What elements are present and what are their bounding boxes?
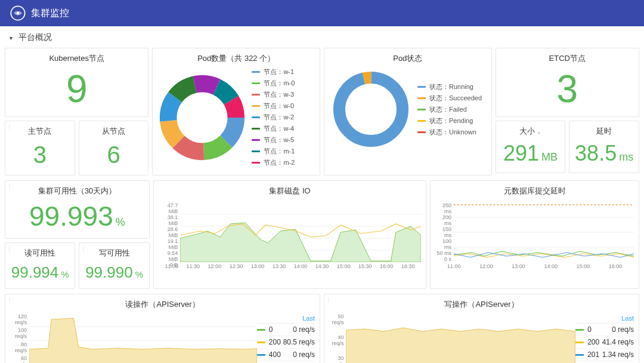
- write-avail-panel[interactable]: ⋮ 写可用性 99.990%: [79, 242, 149, 289]
- app-header: 集群监控: [0, 0, 644, 26]
- legend-header[interactable]: Last: [575, 313, 634, 324]
- legend-row[interactable]: 00 req/s: [575, 324, 634, 336]
- write-ops-panel[interactable]: ⋮ 写操作（APIServer） 50 req/s40 req/s30 req/…: [324, 294, 639, 363]
- legend-label: 节点：w-3: [264, 90, 294, 99]
- meta-latency-title: 元数据库提交延时: [431, 181, 639, 200]
- svg-point-1: [17, 12, 20, 15]
- etcd-size-label: 大小 ⌄: [496, 121, 565, 140]
- legend-row[interactable]: 20080.5 req/s: [257, 336, 315, 349]
- legend-value: 0 req/s: [293, 325, 315, 334]
- legend-label: 节点：m-2: [264, 158, 295, 167]
- read-avail-value: 99.994%: [5, 262, 75, 288]
- write-ops-title: 写操作（APIServer）: [324, 294, 639, 313]
- read-ops-title: 读操作（APIServer）: [5, 294, 320, 313]
- section-toggle[interactable]: 平台概况: [0, 26, 644, 48]
- read-ops-legend: Last 00 req/s20080.5 req/s4000 req/s4040…: [257, 313, 315, 363]
- master-panel[interactable]: ⋮ 主节点 3: [5, 121, 75, 176]
- pod-status-chart: [329, 67, 413, 151]
- pod-count-panel[interactable]: Pod数量（共 322 个） 节点：w-1节点：m-0节点：w-3节点：w-0节…: [152, 48, 320, 176]
- pod-status-panel[interactable]: Pod状态 状态：Running状态：Succeeded状态：Failed状态：…: [324, 48, 492, 176]
- legend-code: 0: [269, 325, 293, 334]
- legend-item[interactable]: 节点：m-2: [252, 158, 295, 167]
- legend-label: 节点：m-0: [264, 79, 295, 88]
- legend-item[interactable]: 状态：Pending: [417, 116, 482, 125]
- drag-handle-icon[interactable]: ⋮: [7, 297, 11, 303]
- worker-value: 6: [79, 140, 148, 175]
- disk-io-panel[interactable]: 集群磁盘 IO 47.7 MiB38.1 MiB28.6 MiB19.1 MiB…: [153, 180, 427, 289]
- legend-code: 400: [269, 350, 293, 359]
- avail-panel[interactable]: ⋮ 集群可用性（30天内） 99.993%: [5, 180, 150, 239]
- pod-count-chart: [157, 73, 247, 162]
- avail-col: ⋮ 集群可用性（30天内） 99.993% ⋮ 读可用性 99.994% ⋮ 写…: [5, 180, 150, 289]
- legend-value: 0 req/s: [612, 325, 634, 334]
- meta-latency-yaxis: 250 ms200 ms150 ms100 ms50 ms0 s: [435, 202, 454, 262]
- legend-code: 0: [587, 325, 612, 334]
- legend-code: 201: [587, 350, 602, 359]
- master-label: 主节点: [5, 121, 75, 140]
- pod-status-legend: 状态：Running状态：Succeeded状态：Failed状态：Pendin…: [417, 82, 482, 137]
- legend-item[interactable]: 节点：m-0: [252, 79, 295, 88]
- row-2: ⋮ 集群可用性（30天内） 99.993% ⋮ 读可用性 99.994% ⋮ 写…: [0, 180, 644, 294]
- legend-header[interactable]: Last: [257, 313, 315, 324]
- legend-label: 状态：Running: [429, 82, 473, 91]
- legend-value: 1.34 req/s: [602, 350, 634, 359]
- k8s-total-panel[interactable]: Kubernetes节点 9: [5, 48, 148, 117]
- app-title: 集群监控: [31, 7, 69, 20]
- legend-item[interactable]: 节点：m-1: [252, 147, 295, 156]
- disk-io-chart: [180, 202, 421, 262]
- legend-item[interactable]: 节点：w-2: [252, 113, 295, 122]
- write-ops-yaxis: 50 req/s40 req/s30 req/s: [329, 313, 346, 363]
- legend-label: 节点：w-1: [264, 67, 294, 76]
- legend-item[interactable]: 节点：w-1: [252, 67, 295, 76]
- worker-label: 从节点: [79, 121, 148, 140]
- section-label: 平台概况: [18, 32, 52, 42]
- legend-item[interactable]: 状态：Failed: [417, 105, 482, 114]
- legend-value: 80.5 req/s: [283, 338, 315, 346]
- worker-panel[interactable]: 从节点 6: [79, 121, 149, 176]
- legend-label: 节点：w-2: [264, 113, 294, 122]
- legend-row[interactable]: 00 req/s: [257, 324, 315, 336]
- legend-item[interactable]: 节点：w-5: [252, 136, 295, 144]
- legend-code: 200: [587, 338, 602, 346]
- etcd-title: ETCD节点: [496, 48, 639, 67]
- legend-item[interactable]: 节点：w-0: [252, 101, 295, 110]
- legend-code: 200: [269, 338, 283, 346]
- pod-count-legend: 节点：w-1节点：m-0节点：w-3节点：w-0节点：w-2节点：w-4节点：w…: [252, 67, 295, 167]
- drag-handle-icon[interactable]: ⋮: [7, 183, 11, 190]
- write-ops-chart: [346, 313, 575, 363]
- legend-label: 状态：Pending: [429, 116, 473, 125]
- legend-item[interactable]: 节点：w-4: [252, 124, 295, 133]
- legend-label: 节点：m-1: [264, 147, 295, 156]
- drag-handle-icon[interactable]: ⋮: [7, 124, 11, 130]
- etcd-latency-panel[interactable]: 延时 38.5ms: [569, 121, 639, 173]
- legend-label: 状态：Unknown: [429, 128, 476, 137]
- drag-handle-icon[interactable]: ⋮: [80, 245, 85, 252]
- row-1: Kubernetes节点 9 ⋮ 主节点 3 从节点 6 Pod数量（共 322…: [0, 48, 644, 180]
- drag-handle-icon[interactable]: ⋮: [326, 297, 330, 303]
- meta-latency-xaxis: 11:0012:0013:0014:0015:0016:00: [435, 262, 634, 269]
- legend-value: 41.4 req/s: [602, 338, 634, 346]
- legend-item[interactable]: 状态：Running: [417, 82, 482, 91]
- etcd-latency-value: 38.5ms: [569, 140, 639, 173]
- legend-label: 节点：w-5: [264, 136, 294, 144]
- etcd-total-panel[interactable]: ETCD节点 3: [496, 48, 639, 117]
- disk-io-title: 集群磁盘 IO: [154, 181, 426, 200]
- master-value: 3: [5, 140, 75, 175]
- meta-latency-chart: [454, 202, 634, 262]
- read-ops-panel[interactable]: ⋮ 读操作（APIServer） 120 req/s100 req/s80 re…: [5, 294, 320, 363]
- legend-row[interactable]: 2011.34 req/s: [575, 349, 634, 361]
- avail-subgrid: ⋮ 读可用性 99.994% ⋮ 写可用性 99.990%: [5, 242, 150, 289]
- legend-item[interactable]: 节点：w-3: [252, 90, 295, 99]
- etcd-total-value: 3: [496, 67, 639, 116]
- legend-row[interactable]: 20041.4 req/s: [575, 336, 634, 349]
- meta-latency-panel[interactable]: 元数据库提交延时 250 ms200 ms150 ms100 ms50 ms0 …: [430, 180, 639, 289]
- drag-handle-icon[interactable]: ⋮: [7, 245, 11, 252]
- legend-item[interactable]: 状态：Unknown: [417, 128, 482, 137]
- legend-item[interactable]: 状态：Succeeded: [417, 94, 482, 103]
- sort-icon[interactable]: ⌄: [537, 129, 541, 135]
- read-avail-panel[interactable]: ⋮ 读可用性 99.994%: [5, 242, 75, 289]
- legend-row[interactable]: 4000 req/s: [257, 349, 315, 361]
- avail-value: 99.993%: [5, 200, 149, 238]
- etcd-size-panel[interactable]: 大小 ⌄ 291MB: [496, 121, 566, 173]
- etcd-latency-label: 延时: [569, 121, 639, 140]
